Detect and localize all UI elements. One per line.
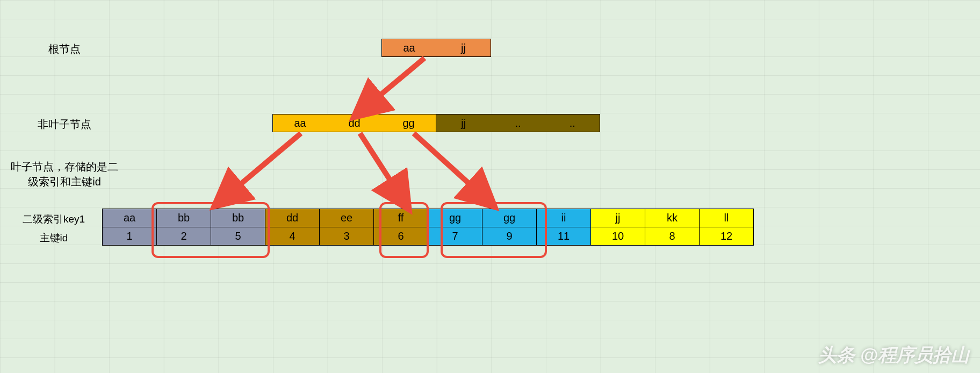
leaf-key-0: aa <box>103 209 157 227</box>
root-key-0: aa <box>382 39 436 56</box>
watermark: 头条 @程序员拾山 <box>818 343 969 368</box>
mid-right-2: .. <box>545 114 600 132</box>
leaf-key-2: bb <box>211 209 265 227</box>
leaf-id-6: 7 <box>428 227 482 246</box>
leaf-key-1: bb <box>157 209 211 227</box>
leaf-key-7: gg <box>482 209 537 227</box>
leaf-id-0: 1 <box>103 227 157 246</box>
leaf-key-3: dd <box>265 209 320 227</box>
row-label-key: 二级索引key1 <box>5 212 102 226</box>
leaf-row-keys: aa bb bb dd ee ff gg gg ii jj kk ll <box>103 209 754 227</box>
mid-left-2: gg <box>381 114 436 132</box>
leaf-id-9: 10 <box>591 227 645 246</box>
leaf-key-5: ff <box>374 209 428 227</box>
leaf-id-1: 2 <box>157 227 211 246</box>
leaf-key-11: ll <box>700 209 754 227</box>
leaf-id-10: 8 <box>645 227 700 246</box>
leaf-id-4: 3 <box>320 227 374 246</box>
mid-label: 非叶子节点 <box>16 117 113 132</box>
mid-left-0: aa <box>273 114 327 132</box>
mid-left-1: dd <box>327 114 381 132</box>
leaf-row-ids: 1 2 5 4 3 6 7 9 11 10 8 12 <box>103 227 754 246</box>
leaf-key-8: ii <box>537 209 591 227</box>
root-key-1: jj <box>436 39 491 56</box>
leaf-key-10: kk <box>645 209 700 227</box>
leaf-desc: 叶子节点，存储的是二级索引和主键id <box>11 159 118 189</box>
leaf-key-4: ee <box>320 209 374 227</box>
leaf-id-8: 11 <box>537 227 591 246</box>
mid-right-1: .. <box>491 114 545 132</box>
mid-left-node: aa dd gg <box>272 114 436 132</box>
leaf-id-7: 9 <box>482 227 537 246</box>
row-label-id: 主键id <box>5 231 102 245</box>
leaf-id-5: 6 <box>374 227 428 246</box>
leaf-id-2: 5 <box>211 227 265 246</box>
leaf-id-11: 12 <box>700 227 754 246</box>
root-node: aa jj <box>381 39 491 57</box>
mid-right-0: jj <box>436 114 491 132</box>
leaf-id-3: 4 <box>265 227 320 246</box>
mid-right-node: jj .. .. <box>436 114 600 132</box>
root-label: 根节点 <box>21 42 107 56</box>
leaf-key-9: jj <box>591 209 645 227</box>
leaf-key-6: gg <box>428 209 482 227</box>
leaf-table: aa bb bb dd ee ff gg gg ii jj kk ll 1 2 … <box>102 209 754 246</box>
